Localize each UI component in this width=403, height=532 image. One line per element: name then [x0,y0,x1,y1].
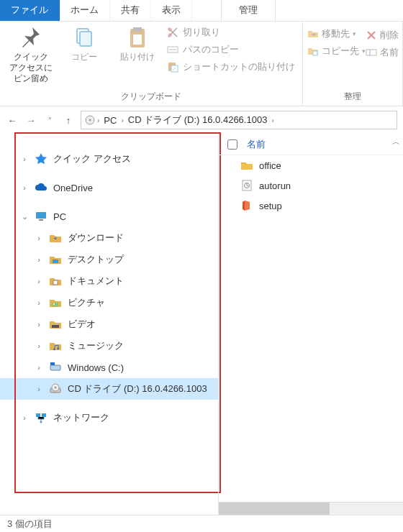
clipboard-group-label: クリップボード [4,91,298,104]
chevron-right-icon: › [35,363,43,372]
rename-icon [366,47,377,58]
tree-desktop[interactable]: › デスクトップ [0,249,218,270]
svg-rect-4 [133,35,142,45]
move-icon [307,28,319,40]
tab-manage[interactable]: 管理 [221,0,276,21]
tree-label: クイック アクセス [53,152,131,165]
horizontal-scrollbar[interactable] [219,502,403,515]
tree-label: ネットワーク [53,411,109,424]
tree-label: CD ドライブ (D:) 16.0.4266.1003 [68,382,207,395]
cut-button[interactable]: 切り取り [167,26,295,39]
breadcrumb-drive[interactable]: CD ドライブ (D:) 16.0.4266.1003 [125,114,271,127]
tree-quick-access[interactable]: › クイック アクセス [0,148,218,170]
tree-videos[interactable]: › ビデオ [0,313,218,335]
tree-label: ミュージック [68,339,124,352]
cut-label: 切り取り [183,26,220,39]
delete-label: 削除 [380,29,399,42]
forward-button[interactable]: → [24,115,37,126]
svg-rect-11 [366,50,376,55]
tree-pictures[interactable]: › ピクチャ [0,292,218,313]
chevron-down-icon: ▾ [353,30,356,37]
organize-group-label: 整理 [307,91,398,104]
pictures-icon [49,296,62,309]
tab-bar: ファイル ホーム 共有 表示 管理 [0,0,403,22]
chevron-right-icon: › [35,255,43,264]
svg-rect-15 [39,219,43,221]
item-count-label: 3 個の項目 [7,518,53,531]
svg-rect-17 [53,280,58,285]
copy-icon [73,26,96,49]
column-name[interactable]: 名前 [247,138,266,151]
column-header-row: 名前 [219,134,403,155]
delete-button[interactable]: 削除 [366,29,399,42]
star-icon [35,152,47,165]
chevron-right-icon: › [35,298,43,307]
tree-c-drive[interactable]: › Windows (C:) [0,357,218,378]
breadcrumb-box[interactable]: › PC › CD ドライブ (D:) 16.0.4266.1003 › [81,111,397,129]
tree-d-drive[interactable]: › CD ドライブ (D:) 16.0.4266.1003 [0,378,218,400]
file-label: autorun [259,180,291,191]
move-to-button[interactable]: 移動先 ▾ [307,27,356,40]
svg-rect-24 [50,365,60,370]
scissors-icon [167,27,178,38]
address-bar: ← → ˅ ↑ › PC › CD ドライブ (D:) 16.0.4266.10… [0,106,403,134]
file-setup[interactable]: setup [219,196,403,216]
copy-path-button[interactable]: パスのコピー [167,43,295,56]
folder-icon [240,159,253,172]
chevron-right-icon: › [20,413,29,422]
navigation-pane: › クイック アクセス › OneDrive ⌄ PC › ダウンロード › デ… [0,134,218,515]
tab-home[interactable]: ホーム [60,0,110,21]
svg-rect-30 [42,413,46,417]
chevron-right-icon: › [271,116,273,124]
rename-label: 名前 [380,46,399,59]
disc-drive-icon [49,382,62,395]
chevron-right-icon: › [20,183,29,192]
back-button[interactable]: ← [6,115,19,126]
tree-onedrive[interactable]: › OneDrive [0,177,218,198]
svg-rect-25 [50,362,55,365]
chevron-right-icon: › [121,116,123,124]
tab-share[interactable]: 共有 [110,0,151,21]
pin-label: クイック アクセスにピン留め [9,52,53,84]
scroll-up-icon[interactable]: ︿ [392,137,400,147]
svg-rect-10 [313,51,317,55]
documents-icon [49,275,62,288]
tree-label: ピクチャ [68,296,105,309]
status-bar: 3 個の項目 [0,515,403,532]
svg-point-28 [55,387,57,389]
pin-to-quick-access-button[interactable]: クイック アクセスにピン留め [4,24,58,86]
tree-label: デスクトップ [68,253,124,266]
tab-view[interactable]: 表示 [151,0,192,21]
tab-file[interactable]: ファイル [0,0,60,21]
paste-shortcut-button[interactable]: ショートカットの貼り付け [167,60,295,73]
svg-point-22 [53,349,55,351]
tree-label: ダウンロード [68,231,124,244]
rename-button[interactable]: 名前 [366,46,399,59]
tree-label: ドキュメント [68,275,124,288]
pin-icon [19,26,42,49]
file-office[interactable]: office [219,155,403,175]
disc-icon [84,114,96,126]
chevron-down-icon: ⌄ [20,212,29,221]
ribbon: クイック アクセスにピン留め コピー 貼り付け 切り取り パスのコピー [0,22,403,106]
up-button[interactable]: ↑ [62,115,75,126]
delete-icon [366,29,377,41]
recent-dropdown[interactable]: ˅ [43,116,56,124]
select-all-checkbox[interactable] [227,139,237,150]
file-autorun[interactable]: autorun [219,175,403,196]
tree-pc[interactable]: ⌄ PC [0,206,218,227]
svg-rect-29 [36,413,40,417]
tree-music[interactable]: › ミュージック [0,335,218,357]
shortcut-icon [167,61,178,73]
paste-button[interactable]: 貼り付け [111,24,164,64]
chevron-right-icon: › [35,320,43,329]
tree-network[interactable]: › ネットワーク [0,407,218,428]
file-label: setup [259,201,282,211]
tree-documents[interactable]: › ドキュメント [0,270,218,292]
tree-downloads[interactable]: › ダウンロード [0,227,218,249]
breadcrumb-pc[interactable]: PC [101,115,119,126]
file-list-pane: ︿ 名前 office autorun setup [218,134,403,515]
copy-button[interactable]: コピー [58,24,111,64]
tree-label: PC [53,211,66,222]
copy-to-button[interactable]: コピー先 ▾ [307,45,366,58]
